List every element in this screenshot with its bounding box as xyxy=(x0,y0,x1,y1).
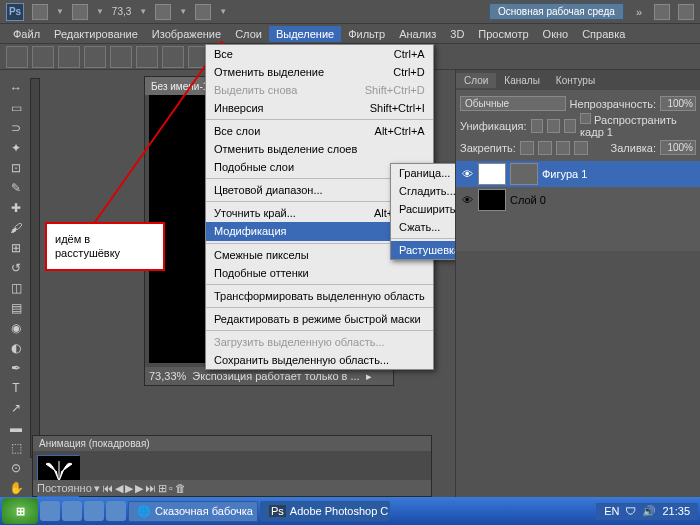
menu-item[interactable]: Сохранить выделенную область... xyxy=(206,351,433,369)
menu-item[interactable]: Подобные оттенки xyxy=(206,264,433,282)
history-brush-tool[interactable]: ↺ xyxy=(3,258,29,278)
layer-row[interactable]: 👁 Слой 0 xyxy=(456,187,700,213)
visibility-icon[interactable]: 👁 xyxy=(460,167,474,181)
unify-position-icon[interactable] xyxy=(531,119,544,133)
option-icon[interactable] xyxy=(84,46,106,68)
language-indicator[interactable]: EN xyxy=(604,505,619,517)
clock[interactable]: 21:35 xyxy=(662,505,690,517)
minimize-icon[interactable] xyxy=(654,4,670,20)
move-tool[interactable]: ↔ xyxy=(3,78,29,98)
menu-item[interactable]: Отменить выделениеCtrl+D xyxy=(206,63,433,81)
lock-transparency-icon[interactable] xyxy=(520,141,534,155)
layer-thumbnail[interactable] xyxy=(478,163,506,185)
crop-tool[interactable]: ⊡ xyxy=(3,158,29,178)
menu-filter[interactable]: Фильтр xyxy=(341,26,392,42)
option-icon[interactable] xyxy=(32,46,54,68)
propagate-checkbox[interactable] xyxy=(580,113,591,124)
unify-visibility-icon[interactable] xyxy=(547,119,560,133)
collapse-icon[interactable]: » xyxy=(632,6,646,18)
prev-frame-icon[interactable]: ◀ xyxy=(115,482,123,495)
duplicate-frame-icon[interactable]: ▫ xyxy=(169,482,173,494)
unify-style-icon[interactable] xyxy=(564,119,577,133)
blend-mode-select[interactable]: Обычные xyxy=(460,96,566,111)
dropdown-icon[interactable]: ▼ xyxy=(139,7,147,16)
option-icon[interactable] xyxy=(136,46,158,68)
layer-name[interactable]: Слой 0 xyxy=(510,194,546,206)
menu-item[interactable]: ИнверсияShift+Ctrl+I xyxy=(206,99,433,117)
shape-tool[interactable]: ▬ xyxy=(3,418,29,438)
tray-icon[interactable]: 🔊 xyxy=(642,505,656,518)
taskbar-app[interactable]: PsAdobe Photoshop CS... xyxy=(260,501,390,521)
tween-icon[interactable]: ⊞ xyxy=(158,482,167,495)
tab-paths[interactable]: Контуры xyxy=(548,73,603,88)
dodge-tool[interactable]: ◐ xyxy=(3,338,29,358)
fill-input[interactable]: 100% xyxy=(660,140,696,155)
first-frame-icon[interactable]: ⏮ xyxy=(102,482,113,494)
menu-help[interactable]: Справка xyxy=(575,26,632,42)
heal-tool[interactable]: ✚ xyxy=(3,198,29,218)
quicklaunch-icon[interactable] xyxy=(84,501,104,521)
menu-item[interactable]: Выделить сноваShift+Ctrl+D xyxy=(206,81,433,99)
taskbar-app[interactable]: 🌐Сказочная бабочка ... xyxy=(128,501,258,522)
layer-name[interactable]: Фигура 1 xyxy=(542,168,587,180)
menu-analysis[interactable]: Анализ xyxy=(392,26,443,42)
tool-preset-icon[interactable] xyxy=(6,46,28,68)
chevron-right-icon[interactable]: ▸ xyxy=(366,370,372,383)
quicklaunch-icon[interactable] xyxy=(40,501,60,521)
lock-position-icon[interactable] xyxy=(556,141,570,155)
option-icon[interactable] xyxy=(162,46,184,68)
menu-select[interactable]: Выделение xyxy=(269,26,341,42)
menu-item[interactable]: Редактировать в режиме быстрой маски xyxy=(206,310,433,328)
hand-icon[interactable] xyxy=(155,4,171,20)
tab-layers[interactable]: Слои xyxy=(456,73,496,88)
3d-tool[interactable]: ⬚ xyxy=(3,438,29,458)
start-button[interactable]: ⊞ xyxy=(2,498,38,524)
dropdown-icon[interactable]: ▼ xyxy=(179,7,187,16)
collapsed-panel-strip[interactable] xyxy=(30,78,40,458)
lock-pixels-icon[interactable] xyxy=(538,141,552,155)
delete-frame-icon[interactable]: 🗑 xyxy=(175,482,186,494)
menu-file[interactable]: Файл xyxy=(6,26,47,42)
dropdown-icon[interactable]: ▼ xyxy=(56,7,64,16)
text-tool[interactable]: T xyxy=(3,378,29,398)
menu-layers[interactable]: Слои xyxy=(228,26,269,42)
gradient-tool[interactable]: ▤ xyxy=(3,298,29,318)
loop-select[interactable]: Постоянно xyxy=(37,482,92,494)
option-icon[interactable] xyxy=(58,46,80,68)
close-icon[interactable] xyxy=(678,4,694,20)
menu-3d[interactable]: 3D xyxy=(443,26,471,42)
menu-edit[interactable]: Редактирование xyxy=(47,26,145,42)
doc-zoom[interactable]: 73,33% xyxy=(149,370,186,382)
screen-mode-icon[interactable] xyxy=(195,4,211,20)
quicklaunch-icon[interactable] xyxy=(106,501,126,521)
tab-channels[interactable]: Каналы xyxy=(496,73,548,88)
eyedropper-tool[interactable]: ✎ xyxy=(3,178,29,198)
dropdown-icon[interactable]: ▼ xyxy=(219,7,227,16)
path-tool[interactable]: ↗ xyxy=(3,398,29,418)
quicklaunch-icon[interactable] xyxy=(62,501,82,521)
menu-item[interactable]: Все слоиAlt+Ctrl+A xyxy=(206,122,433,140)
animation-panel-title[interactable]: Анимация (покадровая) xyxy=(33,436,431,451)
layer-row[interactable]: 👁 Фигура 1 xyxy=(456,161,700,187)
3d-camera-tool[interactable]: ⊙ xyxy=(3,458,29,478)
hand-tool[interactable]: ✋ xyxy=(3,478,29,498)
opacity-input[interactable]: 100% xyxy=(660,96,696,111)
pen-tool[interactable]: ✒ xyxy=(3,358,29,378)
layer-thumbnail[interactable] xyxy=(478,189,506,211)
menu-image[interactable]: Изображение xyxy=(145,26,228,42)
zoom-value[interactable]: 73,3 xyxy=(112,6,131,17)
wand-tool[interactable]: ✦ xyxy=(3,138,29,158)
dropdown-icon[interactable]: ▼ xyxy=(96,7,104,16)
view-icon[interactable] xyxy=(72,4,88,20)
bridge-icon[interactable] xyxy=(32,4,48,20)
menu-item[interactable]: Загрузить выделенную область... xyxy=(206,333,433,351)
eraser-tool[interactable]: ◫ xyxy=(3,278,29,298)
next-frame-icon[interactable]: ▶ xyxy=(135,482,143,495)
layer-mask-thumbnail[interactable] xyxy=(510,163,538,185)
lasso-tool[interactable]: ⊃ xyxy=(3,118,29,138)
menu-item[interactable]: Отменить выделение слоев xyxy=(206,140,433,158)
option-icon[interactable] xyxy=(110,46,132,68)
workspace-switcher[interactable]: Основная рабочая среда xyxy=(489,3,624,20)
menu-window[interactable]: Окно xyxy=(536,26,576,42)
play-icon[interactable]: ▶ xyxy=(125,482,133,495)
